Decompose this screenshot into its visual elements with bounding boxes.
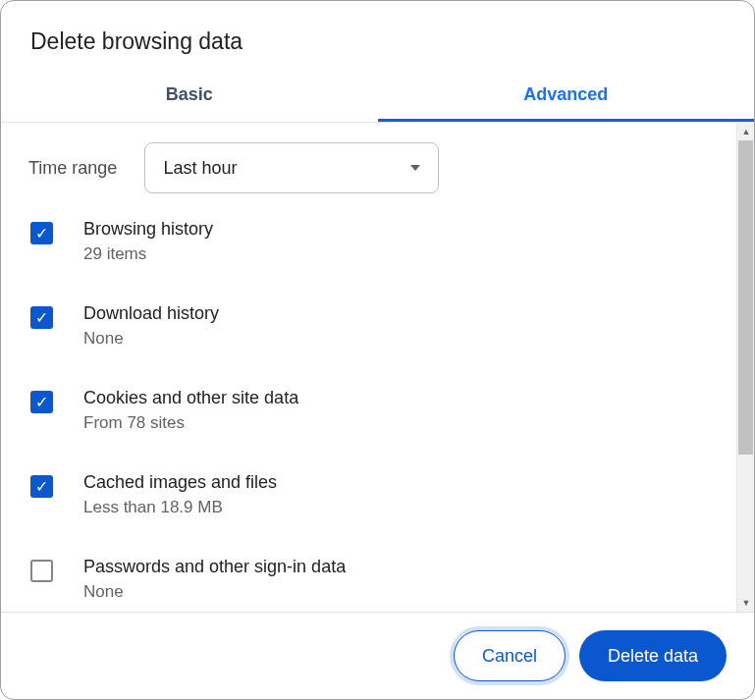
option-subtitle: None xyxy=(83,329,219,349)
time-range-select[interactable]: Last hour xyxy=(144,142,439,193)
option-text: Download history None xyxy=(83,303,219,349)
time-range-row: Time range Last hour xyxy=(28,142,709,193)
option-passwords: Passwords and other sign-in data None xyxy=(28,557,709,602)
checkbox-browsing-history[interactable]: ✓ xyxy=(30,222,53,244)
option-cookies: ✓ Cookies and other site data From 78 si… xyxy=(28,388,709,433)
scroll-down-icon[interactable]: ▼ xyxy=(737,594,754,612)
content-area: Time range Last hour ✓ Browsing history … xyxy=(1,123,736,612)
option-cache: ✓ Cached images and files Less than 18.9… xyxy=(28,472,709,517)
check-icon: ✓ xyxy=(35,310,48,326)
dialog-title: Delete browsing data xyxy=(1,1,754,73)
dialog-footer: Cancel Delete data xyxy=(1,612,754,699)
tab-bar: Basic Advanced xyxy=(1,73,754,123)
checkbox-cookies[interactable]: ✓ xyxy=(30,391,53,413)
option-subtitle: Less than 18.9 MB xyxy=(83,498,277,517)
option-text: Cookies and other site data From 78 site… xyxy=(83,388,298,433)
option-subtitle: 29 items xyxy=(83,244,213,264)
option-browsing-history: ✓ Browsing history 29 items xyxy=(28,219,709,264)
option-text: Browsing history 29 items xyxy=(83,219,213,264)
check-icon: ✓ xyxy=(35,226,48,242)
delete-browsing-data-dialog: Delete browsing data Basic Advanced Time… xyxy=(0,0,755,700)
check-icon: ✓ xyxy=(35,395,48,410)
chevron-down-icon xyxy=(410,165,420,171)
option-subtitle: None xyxy=(83,582,346,602)
option-title: Cached images and files xyxy=(83,472,277,493)
delete-data-button[interactable]: Delete data xyxy=(579,630,727,681)
tab-basic[interactable]: Basic xyxy=(1,73,378,122)
option-subtitle: From 78 sites xyxy=(83,413,298,433)
checkbox-cache[interactable]: ✓ xyxy=(30,475,53,498)
time-range-value: Last hour xyxy=(163,158,237,179)
checkbox-passwords[interactable] xyxy=(30,560,53,582)
content-wrapper: Time range Last hour ✓ Browsing history … xyxy=(1,123,754,612)
option-text: Passwords and other sign-in data None xyxy=(83,557,346,602)
checkbox-download-history[interactable]: ✓ xyxy=(30,306,53,329)
option-text: Cached images and files Less than 18.9 M… xyxy=(83,472,277,517)
option-download-history: ✓ Download history None xyxy=(28,303,709,349)
check-icon: ✓ xyxy=(35,479,48,495)
cancel-button[interactable]: Cancel xyxy=(454,630,566,681)
scroll-thumb[interactable] xyxy=(738,140,753,455)
option-title: Passwords and other sign-in data xyxy=(83,557,346,577)
scrollbar[interactable]: ▲ ▼ xyxy=(736,123,754,612)
scroll-up-icon[interactable]: ▲ xyxy=(737,123,754,140)
option-title: Browsing history xyxy=(83,219,213,240)
time-range-label: Time range xyxy=(28,158,144,179)
option-title: Cookies and other site data xyxy=(83,388,298,408)
option-title: Download history xyxy=(83,303,219,324)
tab-advanced[interactable]: Advanced xyxy=(378,73,755,122)
